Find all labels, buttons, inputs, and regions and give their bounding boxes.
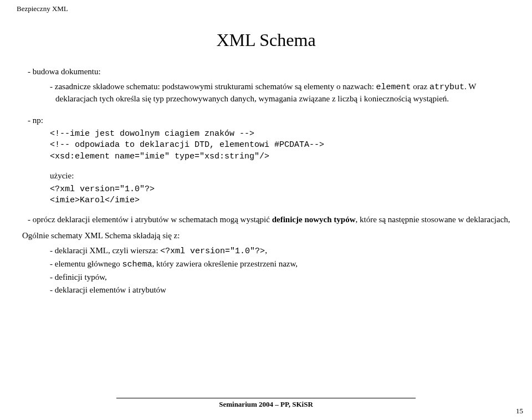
section-heading: - budowa dokumentu: bbox=[28, 66, 515, 78]
text: , bbox=[265, 246, 267, 255]
text: , które są następnie stosowane w deklara… bbox=[356, 215, 510, 224]
text: oraz bbox=[411, 82, 429, 91]
list-item: - deklaracji XML, czyli wiersza: <?xml v… bbox=[50, 245, 515, 257]
text: , który zawiera określenie przestrzeni n… bbox=[152, 259, 298, 268]
page-number: 15 bbox=[516, 407, 523, 416]
text: - deklaracji XML, czyli wiersza: bbox=[50, 246, 160, 255]
text: - oprócz deklaracji elementów i atrybutó… bbox=[28, 215, 272, 224]
footer-text: Seminarium 2004 – PP, SKiSR bbox=[116, 398, 416, 409]
bold-text: definicje nowych typów bbox=[272, 215, 356, 224]
bullet-item: - zasadnicze składowe schematu: podstawo… bbox=[50, 81, 515, 105]
paragraph: Ogólnie schematy XML Schema składają się… bbox=[22, 230, 515, 242]
inline-code: element bbox=[376, 83, 411, 92]
usage-label: użycie: bbox=[50, 170, 515, 182]
example-label: - np: bbox=[28, 115, 515, 126]
text: - zasadnicze składowe schematu: podstawo… bbox=[50, 82, 376, 91]
text: - elementu głównego bbox=[50, 259, 122, 268]
inline-code: <?xml version="1.0"?> bbox=[160, 247, 265, 256]
list-item: - elementu głównego schema, który zawier… bbox=[50, 258, 515, 270]
page-title: XML Schema bbox=[17, 30, 515, 50]
inline-code: schema bbox=[122, 260, 152, 269]
list-item: - deklaracji elementów i atrybutów bbox=[50, 284, 515, 296]
code-block: <?xml version="1.0"?> <imie>Karol</imie> bbox=[50, 184, 515, 207]
bullet-item: - oprócz deklaracji elementów i atrybutó… bbox=[28, 214, 515, 226]
code-block: <!--imie jest dowolnym ciagiem znaków --… bbox=[50, 129, 515, 162]
content-body: - budowa dokumentu: - zasadnicze składow… bbox=[17, 66, 515, 296]
inline-code: atrybut bbox=[429, 83, 464, 92]
header-label: Bezpieczny XML bbox=[17, 4, 515, 13]
list-item: - definicji typów, bbox=[50, 272, 515, 283]
